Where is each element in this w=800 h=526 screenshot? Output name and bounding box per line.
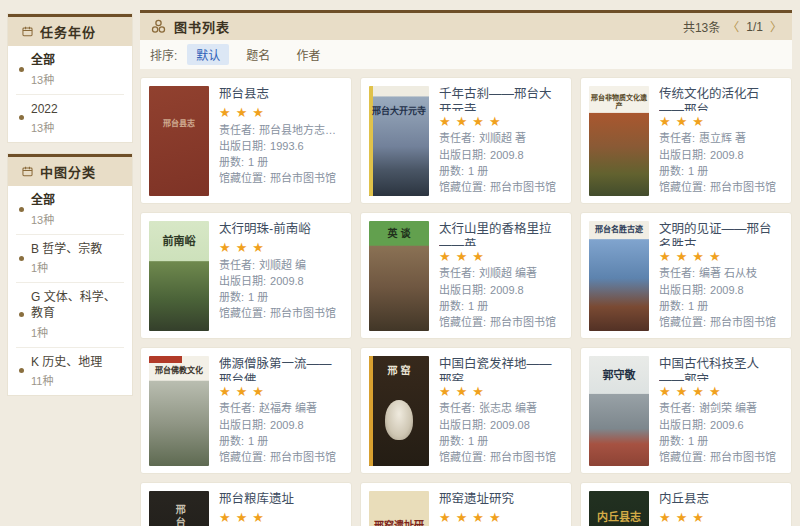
sort-option[interactable]: 作者 (287, 44, 329, 65)
filter-item[interactable]: B 哲学、宗教 1种 (16, 235, 124, 284)
sort-option[interactable]: 题名 (237, 44, 279, 65)
book-card[interactable]: 邢台粮库遗址 邢台粮库遗址 ★★★ 责任者:李军 主编出版日期:2005.8 (140, 482, 352, 526)
next-page-button[interactable]: 〉 (770, 18, 782, 35)
book-info: 邢台粮库遗址 ★★★ 责任者:李军 主编出版日期:2005.8 (219, 491, 343, 526)
book-card[interactable]: 内丘县志 内丘县志 ★★★ 责任者:张进斌 主编出版日期:2006.4 (580, 482, 792, 526)
book-cover: 英 谈 (369, 221, 429, 331)
book-field: 馆藏位置:邢台市图书馆 (659, 179, 783, 195)
main-header: 图书列表 共13条 〈 1/1 〉 (140, 10, 792, 40)
book-card[interactable]: 邢台佛教文化 佛源僧脉第一流——邢台佛... ★★★ 责任者:赵福寿 编著出版日… (140, 347, 352, 474)
book-card[interactable]: 邢台大开元寺 千年古刹——邢台大开元寺 ★★★★ 责任者:刘顺超 著出版日期:2… (360, 77, 572, 204)
filter-label: K 历史、地理 (31, 355, 124, 371)
cover-title: 邢台非物质文化遗产 (591, 94, 647, 112)
book-title[interactable]: 中国白瓷发祥地——邢窑 (439, 356, 563, 381)
book-field: 出版日期:1993.6 (219, 138, 343, 154)
book-field: 馆藏位置:邢台市图书馆 (439, 449, 563, 465)
cover-title: 邢窑遗址研究 (371, 520, 427, 526)
book-field: 责任者:赵福寿 编著 (219, 400, 343, 416)
book-field: 馆藏位置:邢台市图书馆 (439, 314, 563, 330)
book-field: 出版日期:2009.08 (439, 417, 563, 433)
book-field: 馆藏位置:邢台市图书馆 (659, 449, 783, 465)
panel-title: 任务年份 (40, 22, 96, 41)
book-fields: 责任者:编著 石从枝出版日期:2009.8册数:1 册馆藏位置:邢台市图书馆 (659, 265, 783, 330)
filter-label: 全部 (31, 193, 124, 209)
book-cover: 邢台名胜古迹 (589, 221, 649, 331)
book-card[interactable]: 郭守敬 中国古代科技圣人——郭守... ★★★★ 责任者:谢剑荣 编著出版日期:… (580, 347, 792, 474)
book-title[interactable]: 千年古刹——邢台大开元寺 (439, 86, 563, 111)
book-field: 册数:1 册 (219, 433, 343, 449)
book-cover: 邢台大开元寺 (369, 86, 429, 196)
book-card[interactable]: 邢窑遗址研究 邢窑遗址研究 ★★★★ 责任者:临城县文物保管所 ...出版日期:… (360, 482, 572, 526)
filter-item[interactable]: 全部 13种 (16, 186, 124, 235)
filter-item[interactable]: G 文体、科学、教育 1种 (16, 283, 124, 347)
book-title[interactable]: 文明的见证——邢台名胜古... (659, 221, 783, 246)
book-field: 出版日期:2009.8 (219, 273, 343, 289)
book-field: 册数:1 册 (439, 163, 563, 179)
book-field: 册数:1 册 (219, 289, 343, 305)
filter-count: 11种 (31, 372, 124, 388)
book-field: 馆藏位置:邢台市图书馆 (219, 170, 343, 186)
filter-item[interactable]: 2022 13种 (16, 95, 124, 143)
panel-header: 任务年份 (8, 17, 132, 46)
book-card[interactable]: 前南峪 太行明珠-前南峪 ★★★ 责任者:刘顺超 编出版日期:2009.8册数:… (140, 212, 352, 339)
cover-title: 邢台名胜古迹 (591, 225, 647, 235)
cover-spine (369, 86, 373, 196)
book-info: 传统文化的活化石——邢台... ★★★ 责任者:惠立辉 著出版日期:2009.8… (659, 86, 783, 195)
book-cover: 邢台佛教文化 (149, 356, 209, 466)
cover-title: 邢台大开元寺 (371, 106, 427, 117)
filter-item[interactable]: K 历史、地理 11种 (16, 348, 124, 396)
panel-title: 中图分类 (40, 162, 96, 181)
rating-stars: ★★★ (219, 510, 343, 526)
rating-stars: ★★★ (659, 114, 783, 130)
page-title: 图书列表 (174, 17, 230, 36)
page-indicator: 1/1 (746, 20, 763, 34)
book-card[interactable]: 邢台非物质文化遗产 传统文化的活化石——邢台... ★★★ 责任者:惠立辉 著出… (580, 77, 792, 204)
filter-label: 2022 (31, 102, 124, 118)
cover-title: 邢台佛教文化 (151, 366, 207, 376)
book-info: 太行山里的香格里拉——英... ★★★ 责任者:刘顺超 编著出版日期:2009.… (439, 221, 563, 330)
rating-stars: ★★★★ (439, 114, 563, 130)
sort-option[interactable]: 默认 (187, 44, 229, 65)
cover-title: 英 谈 (371, 228, 427, 241)
book-field: 责任者:刘顺超 编 (219, 257, 343, 273)
book-field: 馆藏位置:邢台市图书馆 (219, 449, 343, 465)
prev-page-button[interactable]: 〈 (727, 18, 739, 35)
book-title[interactable]: 佛源僧脉第一流——邢台佛... (219, 356, 343, 381)
book-title[interactable]: 邢台粮库遗址 (219, 491, 343, 507)
filter-label: 全部 (31, 53, 124, 69)
book-info: 文明的见证——邢台名胜古... ★★★★ 责任者:编著 石从枝出版日期:2009… (659, 221, 783, 330)
book-field: 册数:1 册 (219, 154, 343, 170)
filter-item[interactable]: 全部 13种 (16, 46, 124, 95)
book-title[interactable]: 太行山里的香格里拉——英... (439, 221, 563, 246)
book-field: 馆藏位置:邢台市图书馆 (659, 314, 783, 330)
book-field: 馆藏位置:邢台市图书馆 (439, 179, 563, 195)
cover-title: 邢台粮库遗址 (173, 504, 186, 526)
book-title[interactable]: 传统文化的活化石——邢台... (659, 86, 783, 111)
book-cover: 邢窑遗址研究 (369, 491, 429, 526)
book-title[interactable]: 太行明珠-前南峪 (219, 221, 343, 237)
book-card[interactable]: 英 谈 太行山里的香格里拉——英... ★★★ 责任者:刘顺超 编著出版日期:2… (360, 212, 572, 339)
book-field: 册数:1 册 (659, 433, 783, 449)
book-title[interactable]: 内丘县志 (659, 491, 783, 507)
book-title[interactable]: 中国古代科技圣人——郭守... (659, 356, 783, 381)
book-field: 责任者:编著 石从枝 (659, 265, 783, 281)
rating-stars: ★★★★ (439, 510, 563, 526)
rating-stars: ★★★ (439, 384, 563, 400)
sidebar-panel: 任务年份 全部 13种 2022 13种 (8, 14, 132, 142)
book-card[interactable]: 邢台名胜古迹 文明的见证——邢台名胜古... ★★★★ 责任者:编著 石从枝出版… (580, 212, 792, 339)
book-field: 册数:1 册 (439, 433, 563, 449)
cover-title: 郭守敬 (591, 369, 647, 383)
book-card[interactable]: 邢 窑 中国白瓷发祥地——邢窑 ★★★ 责任者:张志忠 编著出版日期:2009.… (360, 347, 572, 474)
book-title[interactable]: 邢台县志 (219, 86, 343, 102)
rating-stars: ★★★ (439, 249, 563, 265)
cover-title: 邢台县志 (151, 119, 207, 129)
book-card[interactable]: 邢台县志 邢台县志 ★★★ 责任者:邢台县地方志编纂委...出版日期:1993.… (140, 77, 352, 204)
main-content: 图书列表 共13条 〈 1/1 〉 排序: 默认题名作者 邢台县志 邢台县志 ★… (140, 10, 792, 526)
book-cover: 邢台非物质文化遗产 (589, 86, 649, 196)
book-title[interactable]: 邢窑遗址研究 (439, 491, 563, 507)
filter-list: 全部 13种 B 哲学、宗教 1种 G 文体、科学、教育 1种 K 历史、地理 … (8, 186, 132, 395)
sort-bar: 排序: 默认题名作者 (140, 40, 792, 69)
book-cover: 邢台粮库遗址 (149, 491, 209, 526)
book-info: 内丘县志 ★★★ 责任者:张进斌 主编出版日期:2006.4 (659, 491, 783, 526)
book-info: 佛源僧脉第一流——邢台佛... ★★★ 责任者:赵福寿 编著出版日期:2009.… (219, 356, 343, 465)
